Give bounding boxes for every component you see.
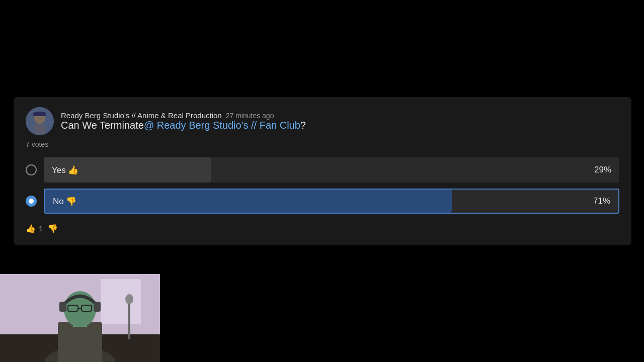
radio-no[interactable]: [26, 196, 37, 207]
webcam-overlay: [0, 274, 160, 362]
svg-rect-3: [33, 114, 46, 116]
svg-rect-17: [128, 299, 130, 339]
post-title-link[interactable]: @ Ready Berg Studio's // Fan Club: [144, 120, 300, 131]
like-icon: 👍: [26, 224, 36, 233]
no-label: No 👎: [53, 196, 76, 207]
vote-count: 7 votes: [26, 140, 619, 148]
yes-percent: 29%: [594, 165, 611, 175]
svg-rect-16: [94, 302, 101, 312]
post-title-end: ?: [300, 120, 306, 131]
post-author: Ready Berg Studio's // Anime & Real Prod…: [61, 111, 222, 120]
reactions: 👍 1 👎: [26, 224, 619, 233]
svg-rect-4: [34, 124, 46, 134]
like-count: 1: [39, 224, 43, 233]
no-fill-bar: [45, 190, 452, 213]
option-bar-yes[interactable]: Yes 👍 29%: [44, 157, 619, 183]
poll-card: Ready Berg Studio's // Anime & Real Prod…: [14, 97, 631, 245]
radio-yes[interactable]: [26, 164, 37, 175]
svg-rect-9: [58, 322, 102, 362]
poll-options: Yes 👍 29% No 👎 71%: [26, 157, 619, 214]
svg-rect-6: [101, 279, 141, 324]
post-title-static: Can We Terminate: [61, 120, 144, 131]
post-time: 27 minutes ago: [226, 112, 274, 120]
post-header: Ready Berg Studio's // Anime & Real Prod…: [26, 107, 619, 135]
poll-option-yes[interactable]: Yes 👍 29%: [26, 157, 619, 183]
yes-label: Yes 👍: [52, 165, 78, 175]
like-button[interactable]: 👍 1: [26, 224, 43, 233]
post-title: Can We Terminate @ Ready Berg Studio's /…: [61, 120, 306, 131]
svg-rect-15: [59, 302, 66, 312]
poll-option-no[interactable]: No 👎 71%: [26, 189, 619, 214]
webcam-scene: [0, 274, 160, 362]
svg-point-18: [125, 294, 133, 304]
avatar: [26, 107, 54, 135]
option-bar-no[interactable]: No 👎 71%: [44, 189, 619, 214]
no-percent: 71%: [593, 196, 610, 206]
dislike-button[interactable]: 👎: [48, 224, 58, 233]
post-meta: Ready Berg Studio's // Anime & Real Prod…: [61, 111, 306, 131]
dislike-icon: 👎: [48, 224, 58, 233]
